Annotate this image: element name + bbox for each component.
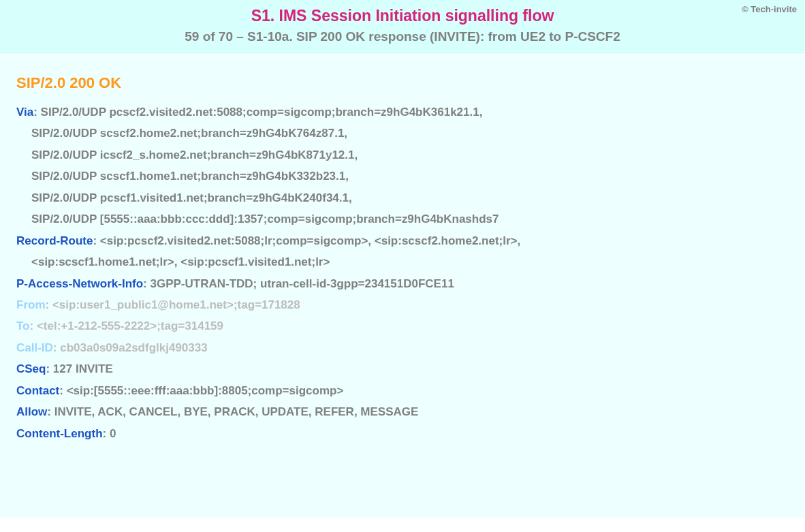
sip-header-via: Via: SIP/2.0/UDP pcscf2.visited2.net:508…	[16, 101, 789, 123]
sip-header-allow: Allow: INVITE, ACK, CANCEL, BYE, PRACK, …	[16, 401, 789, 422]
header-name: CSeq	[16, 362, 46, 375]
sip-header-via-cont: SIP/2.0/UDP icscf2_s.home2.net;branch=z9…	[16, 144, 789, 166]
header-value: <tel:+1-212-555-2222>;tag=314159	[37, 319, 223, 332]
header-name: Via	[16, 106, 33, 119]
sip-header-record-route: Record-Route: <sip:pcscf2.visited2.net:5…	[16, 230, 789, 251]
header-value: SIP/2.0/UDP pcscf2.visited2.net:5088;com…	[41, 106, 483, 119]
sip-header-call-id: Call-ID: cb03a0s09a2sdfglkj490333	[16, 337, 789, 358]
sip-header-via-cont: SIP/2.0/UDP scscf2.home2.net;branch=z9hG…	[16, 123, 789, 144]
copyright-text: © Tech-invite	[742, 4, 797, 14]
header-name: Contact	[16, 384, 59, 397]
header-name: Allow	[16, 405, 47, 418]
header-name: From	[16, 298, 46, 311]
header-value: <sip:[5555::eee:fff:aaa:bbb]:8805;comp=s…	[67, 384, 344, 397]
header-value: 0	[110, 427, 116, 440]
page-subtitle: 59 of 70 – S1-10a. SIP 200 OK response (…	[0, 29, 805, 44]
sip-header-record-route-cont: <sip:scscf1.home1.net;lr>, <sip:pcscf1.v…	[16, 251, 789, 272]
header-value: INVITE, ACK, CANCEL, BYE, PRACK, UPDATE,…	[54, 405, 419, 418]
sip-header-content-length: Content-Length: 0	[16, 423, 789, 444]
sip-header-pani: P-Access-Network-Info: 3GPP-UTRAN-TDD; u…	[16, 273, 789, 294]
sip-message-panel: SIP/2.0 200 OK Via: SIP/2.0/UDP pcscf2.v…	[0, 55, 805, 518]
header-name: P-Access-Network-Info	[16, 277, 143, 290]
sip-status-line: SIP/2.0 200 OK	[16, 74, 789, 92]
sip-header-via-cont: SIP/2.0/UDP scscf1.home1.net;branch=z9hG…	[16, 166, 789, 187]
header-name: Content-Length	[16, 427, 103, 440]
header-value: 127 INVITE	[53, 362, 113, 375]
sip-header-via-cont: SIP/2.0/UDP pcscf1.visited1.net;branch=z…	[16, 187, 789, 208]
sip-header-from: From: <sip:user1_public1@home1.net>;tag=…	[16, 294, 789, 315]
header-value: 3GPP-UTRAN-TDD; utran-cell-id-3gpp=23415…	[151, 277, 454, 290]
sip-header-via-cont: SIP/2.0/UDP [5555::aaa:bbb:ccc:ddd]:1357…	[16, 208, 789, 230]
header-value: <sip:user1_public1@home1.net>;tag=171828	[52, 298, 300, 311]
header-name: Record-Route	[16, 234, 93, 247]
header-value: <sip:pcscf2.visited2.net:5088;lr;comp=si…	[100, 234, 520, 247]
sip-header-cseq: CSeq: 127 INVITE	[16, 358, 789, 379]
page-title: S1. IMS Session Initiation signalling fl…	[0, 7, 805, 25]
page-header: © Tech-invite S1. IMS Session Initiation…	[0, 0, 805, 55]
sip-header-to: To: <tel:+1-212-555-2222>;tag=314159	[16, 315, 789, 337]
header-name: Call-ID	[16, 341, 53, 354]
header-name: To	[16, 319, 30, 332]
sip-header-contact: Contact: <sip:[5555::eee:fff:aaa:bbb]:88…	[16, 380, 789, 401]
header-value: cb03a0s09a2sdfglkj490333	[60, 341, 207, 354]
